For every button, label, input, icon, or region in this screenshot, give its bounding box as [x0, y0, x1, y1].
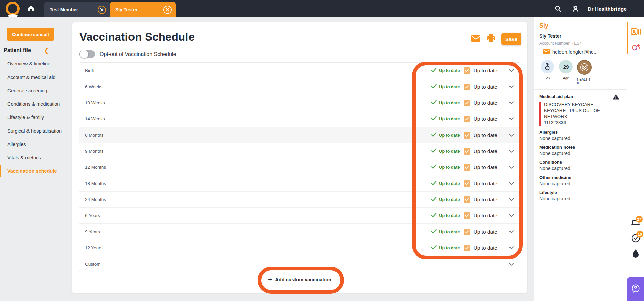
healthid-badge: HEALTH ID	[577, 60, 592, 85]
sidebar-item[interactable]: Overview & timeline	[0, 57, 72, 70]
chevron-down-icon[interactable]	[509, 101, 514, 104]
uptodate-checkbox[interactable]	[464, 148, 470, 155]
drop-icon	[632, 249, 639, 259]
sidebar-item[interactable]: Conditions & medication	[0, 97, 72, 111]
home-icon	[27, 4, 35, 13]
patient-section: Lifestyle None captured	[539, 190, 621, 201]
chevron-down-icon[interactable]	[509, 198, 514, 201]
optout-toggle[interactable]	[79, 50, 95, 58]
vaccination-table: Birth Up to date Up to date 6 Weeks	[79, 62, 520, 272]
lightbulb-sparkle-icon	[631, 44, 641, 55]
patient-tab[interactable]: Test Member	[44, 2, 110, 17]
logo-dash-icon	[8, 14, 18, 17]
current-user-name[interactable]: Dr Healthbridge	[588, 6, 627, 12]
sidebar-item-label: Overview & timeline	[7, 61, 50, 66]
patient-file-heading: Patient file	[4, 47, 31, 53]
chevron-down-icon[interactable]	[509, 263, 514, 266]
email-button[interactable]	[471, 34, 481, 44]
medical-aid-heading: Medical aid plan	[539, 94, 573, 99]
uptodate-checkbox[interactable]	[464, 67, 470, 74]
chevron-down-icon[interactable]	[509, 246, 514, 249]
vaccination-row[interactable]: 9 Years Up to date Up to date	[79, 224, 520, 240]
chevron-down-icon[interactable]	[509, 230, 514, 233]
right-toolbar: 27 10	[627, 17, 644, 301]
uptodate-checkbox[interactable]	[464, 132, 470, 139]
search-icon[interactable]	[554, 5, 562, 13]
status-check-icon	[431, 164, 437, 170]
uptodate-checkbox[interactable]	[464, 212, 470, 219]
suggestions-tool-button[interactable]	[627, 44, 644, 55]
vaccination-row[interactable]: 24 Months Up to date Up to date	[79, 192, 520, 208]
uptodate-checkbox[interactable]	[464, 116, 470, 122]
email-icon	[471, 35, 480, 43]
vaccination-row[interactable]: 12 Years Up to date Up to date	[79, 240, 520, 256]
uptodate-checkbox[interactable]	[464, 100, 470, 106]
sidebar-item[interactable]: Allergies	[0, 138, 72, 151]
print-button[interactable]	[486, 34, 496, 44]
pathology-tool-button[interactable]	[627, 249, 644, 259]
medical-aid-plan-line: DISCOVERY KEYCARE	[544, 102, 621, 108]
vaccination-row[interactable]: Birth Up to date Up to date	[79, 63, 520, 79]
continue-consult-button[interactable]: Continue consult	[7, 28, 54, 41]
add-custom-vaccination-button[interactable]: + Add custom vaccination	[268, 276, 331, 283]
app-logo[interactable]	[0, 0, 23, 17]
sidebar-item[interactable]: General screening	[0, 84, 72, 97]
vaccination-row[interactable]: 6 Weeks Up to date Up to date	[79, 79, 520, 95]
warning-icon[interactable]	[613, 94, 619, 101]
vaccination-row[interactable]: 9 Months Up to date Up to date	[79, 143, 520, 159]
custom-vaccination-row[interactable]: Custom	[79, 256, 520, 272]
vaccination-row[interactable]: 6 Months Up to date Up to date	[79, 127, 520, 143]
sidebar-item[interactable]: Surgical & hospitalisation	[0, 124, 72, 138]
vaccination-row[interactable]: 10 Weeks Up to date Up to date	[79, 95, 520, 111]
vaccination-row[interactable]: 18 Months Up to date Up to date	[79, 175, 520, 192]
uptodate-checkbox[interactable]	[464, 164, 470, 171]
help-icon	[631, 284, 640, 294]
collapse-sidebar-icon[interactable]: ❮	[44, 47, 49, 54]
chevron-down-icon[interactable]	[509, 182, 514, 185]
uptodate-checkbox-label: Up to date	[473, 213, 497, 219]
chevron-down-icon[interactable]	[509, 150, 514, 153]
medical-aid-plan-line: NETWORK	[544, 114, 621, 120]
add-person-icon[interactable]	[571, 5, 579, 13]
help-button[interactable]	[627, 277, 644, 301]
vaccination-row[interactable]: 6 Years Up to date Up to date	[79, 208, 520, 224]
patient-email-row[interactable]: heleen.fengler@he...	[539, 49, 621, 55]
chevron-down-icon[interactable]	[509, 214, 514, 217]
uptodate-checkbox[interactable]	[464, 180, 470, 187]
chevron-down-icon[interactable]	[509, 166, 514, 169]
sidebar-item-label: Vitals & metrics	[7, 155, 41, 160]
custom-row-label: Custom	[85, 262, 101, 267]
save-button[interactable]: Save	[501, 33, 521, 45]
patient-card-tool-button[interactable]	[627, 28, 644, 37]
uptodate-checkbox[interactable]	[464, 245, 470, 251]
home-button[interactable]	[23, 0, 38, 17]
chevron-down-icon[interactable]	[509, 117, 514, 120]
tab-close-icon[interactable]	[163, 6, 172, 14]
patient-file-sidebar: Continue consult Patient file ❮ Overview…	[0, 17, 72, 301]
patient-email: heleen.fengler@he...	[552, 49, 598, 55]
sidebar-item[interactable]: Vitals & metrics	[0, 151, 72, 164]
sex-badge: Sex	[540, 60, 555, 85]
uptodate-checkbox[interactable]	[464, 229, 470, 235]
medical-aid-plan-line: 111222333	[544, 120, 621, 126]
vaccination-row[interactable]: 12 Months Up to date Up to date	[79, 159, 520, 175]
chevron-down-icon[interactable]	[509, 85, 514, 88]
patient-tab[interactable]: Sly Tester	[110, 2, 176, 17]
uptodate-checkbox[interactable]	[464, 196, 470, 203]
chevron-down-icon[interactable]	[509, 134, 514, 137]
logo-ring-icon	[6, 2, 20, 16]
uptodate-checkbox-label: Up to date	[473, 229, 497, 235]
vaccination-row-label: 18 Months	[85, 181, 106, 186]
uptodate-checkbox-label: Up to date	[473, 197, 497, 203]
vaccination-row[interactable]: 14 Weeks Up to date Up to date	[79, 111, 520, 127]
section-value: None captured	[539, 136, 621, 141]
sidebar-item[interactable]: Vaccination schedule	[0, 164, 72, 178]
tab-close-icon[interactable]	[98, 6, 106, 14]
uptodate-checkbox-label: Up to date	[473, 68, 497, 74]
status-check-icon	[431, 197, 437, 203]
patient-tabs: Test Member Sly Tester	[44, 0, 176, 17]
sidebar-item[interactable]: Lifestyle & family	[0, 111, 72, 124]
chevron-down-icon[interactable]	[509, 69, 514, 72]
sidebar-item[interactable]: Account & medical aid	[0, 70, 72, 84]
uptodate-checkbox[interactable]	[464, 84, 470, 90]
